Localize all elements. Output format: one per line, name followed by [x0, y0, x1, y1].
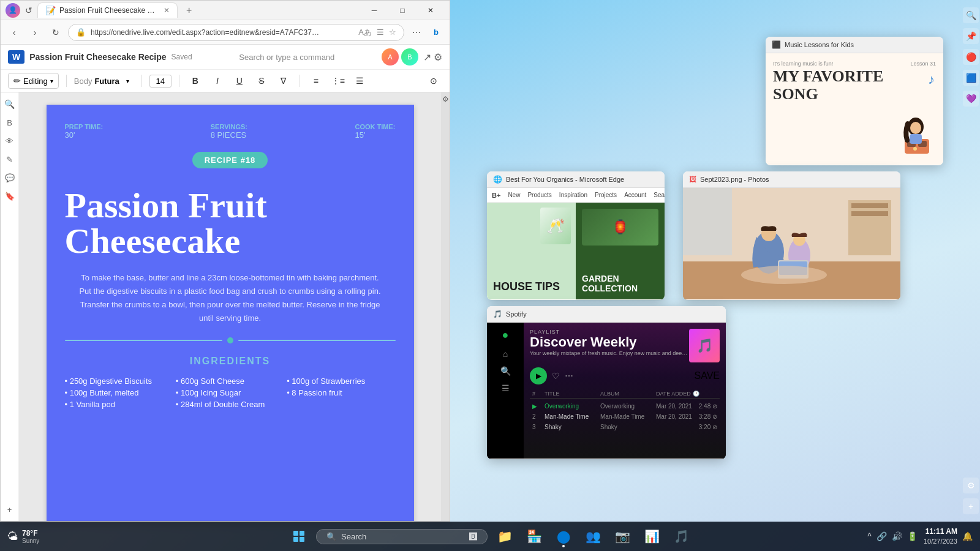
window-controls: ─ □ ✕: [360, 1, 445, 20]
sidebar-tool-1[interactable]: B: [3, 116, 17, 129]
taskbar-teams[interactable]: 👥: [581, 524, 605, 549]
special-char-btn[interactable]: ∇: [275, 72, 292, 89]
widget-tool-4[interactable]: 🟦: [963, 70, 979, 86]
minimize-btn[interactable]: ─: [360, 1, 388, 20]
spotify-window[interactable]: 🎵 Spotify ● ⌂ 🔍 ☰: [487, 306, 726, 459]
user-avatar-1: A: [382, 48, 399, 66]
new-tab-btn[interactable]: +: [183, 5, 195, 16]
browser-profile-icon[interactable]: 👤: [6, 3, 20, 18]
forward-btn[interactable]: ›: [26, 24, 43, 41]
tab-close-icon[interactable]: ✕: [164, 6, 170, 15]
ingredient-item-2: • 600g Soft Cheese • 100g Icing Sugar • …: [176, 377, 284, 411]
font-dropdown-arrow[interactable]: ▾: [122, 75, 134, 87]
close-btn[interactable]: ✕: [417, 1, 445, 20]
sidebar-tool-5[interactable]: 🔖: [3, 189, 17, 203]
widget-tool-7[interactable]: +: [963, 498, 979, 514]
spotify-library-icon[interactable]: ☰: [502, 383, 510, 393]
widget-tool-2[interactable]: 📌: [963, 28, 979, 44]
taskbar-search[interactable]: 🔍 Search 🅱: [316, 529, 488, 544]
translate-icon[interactable]: Aあ: [358, 27, 372, 38]
tray-battery-icon[interactable]: 🔋: [906, 530, 919, 542]
task-view-panel: ⬛ Music Lessons for Kids It's learning m…: [450, 0, 980, 522]
sidebar-tool-6[interactable]: +: [3, 503, 17, 516]
zoom-in-tool[interactable]: 🔍: [3, 97, 17, 111]
time-display[interactable]: 11:11 AM 10/27/2023: [924, 527, 957, 545]
bullet-list-btn[interactable]: ≡: [307, 72, 325, 89]
spotify-dots-icon[interactable]: ⋯: [565, 371, 573, 381]
music-main-text: MY FAVORITE SONG: [773, 68, 936, 103]
cook-time-value: 15': [355, 130, 395, 140]
music-lessons-window[interactable]: ⬛ Music Lessons for Kids It's learning m…: [766, 37, 943, 165]
weather-widget[interactable]: 🌤 78°F Sunny: [7, 529, 39, 544]
bing-chat-icon[interactable]: b: [428, 24, 445, 41]
spotify-track-row-2[interactable]: 2 Man-Made Time Man-Made Time Mar 20, 20…: [530, 411, 720, 422]
music-title-bar: ⬛ Music Lessons for Kids: [766, 37, 943, 53]
sidebar-tool-4[interactable]: 💬: [3, 171, 17, 184]
tray-chevron[interactable]: ^: [866, 530, 873, 542]
back-btn[interactable]: ‹: [6, 24, 23, 41]
url-bar[interactable]: 🔒 https://onedrive.live.com/edit.aspx?ac…: [68, 24, 404, 41]
sidebar-tool-3[interactable]: ✎: [3, 152, 17, 166]
bold-btn[interactable]: B: [187, 72, 204, 89]
font-name[interactable]: Futura: [94, 77, 119, 86]
browser-history-icon[interactable]: ↺: [25, 6, 32, 15]
browser-title-bar: 👤 ↺ 📝 Passion Fruit Cheesecake Recipe.do…: [1, 1, 450, 20]
view-options-btn[interactable]: ⚙: [434, 51, 442, 63]
photos-title-bar: 🖼 Sept2023.png - Photos: [683, 171, 900, 188]
widget-tool-5[interactable]: 💜: [963, 91, 979, 107]
organics-hero: 🥂 HOUSE TIPS 🏮 GARDEN COLLECTION: [487, 203, 665, 299]
spotify-save-btn[interactable]: SAVE: [695, 370, 720, 381]
word-search-bar[interactable]: Search or type a command: [197, 53, 377, 62]
font-size-input[interactable]: [149, 75, 172, 88]
settings-icon[interactable]: ⋯: [408, 24, 425, 41]
reader-icon[interactable]: ☰: [377, 28, 384, 37]
notification-btn[interactable]: 🔔: [962, 531, 973, 541]
share-btn[interactable]: ↗: [423, 51, 431, 63]
track-album-1: Overworking: [600, 403, 656, 410]
cook-time-block: COOK TIME: 15': [355, 123, 395, 140]
tray-volume-icon[interactable]: 🔊: [891, 530, 903, 542]
photos-window[interactable]: 🖼 Sept2023.png - Photos: [683, 171, 900, 300]
taskbar-ms-store[interactable]: 🏪: [522, 524, 546, 549]
font-label: Body: [74, 77, 92, 86]
widget-tool-6[interactable]: ⚙: [963, 478, 979, 493]
taskbar-photos[interactable]: 📷: [610, 524, 635, 549]
toolbar-strip-icon-1[interactable]: ⚙: [442, 95, 449, 103]
word-doc-scroll[interactable]: PREP TIME: 30' SERVINGS: 8 PIECES COOK T…: [19, 92, 441, 521]
reload-btn[interactable]: ↻: [47, 24, 64, 41]
start-button[interactable]: [287, 524, 311, 549]
search-placeholder: Search: [341, 532, 366, 541]
servings-block: SERVINGS: 8 PIECES: [211, 123, 247, 140]
spotify-track-row-3[interactable]: 3 Shaky Shaky 3:20 ⊘: [530, 422, 720, 432]
taskbar-spotify[interactable]: 🎵: [669, 524, 693, 549]
organics-window[interactable]: 🌐 Best For You Organics - Microsoft Edge…: [487, 171, 665, 300]
sidebar-tool-2[interactable]: 👁: [3, 134, 17, 148]
spotify-heart-icon[interactable]: ♡: [552, 371, 560, 381]
italic-btn[interactable]: I: [209, 72, 226, 89]
maximize-btn[interactable]: □: [388, 1, 417, 20]
active-browser-tab[interactable]: 📝 Passion Fruit Cheesecake Recipe.doc ✕: [37, 2, 178, 18]
lantern-image: 🏮: [582, 209, 658, 246]
spotify-play-btn[interactable]: ▶: [530, 367, 547, 384]
widget-tool-3[interactable]: 🔴: [963, 49, 979, 65]
align-btn[interactable]: ☰: [352, 72, 369, 89]
underline-btn[interactable]: U: [231, 72, 248, 89]
widget-tool-1[interactable]: 🔍: [963, 7, 979, 23]
numbered-list-btn[interactable]: ⋮≡: [330, 72, 347, 89]
taskbar-edge[interactable]: ⬤: [551, 524, 576, 549]
spotify-home-icon[interactable]: ⌂: [503, 349, 508, 359]
spotify-sidebar: ● ⌂ 🔍 ☰: [487, 323, 524, 459]
track-dur-3: 3:20 ⊘: [693, 424, 717, 430]
editing-dropdown[interactable]: ✏ Editing ▾: [8, 73, 59, 89]
tray-network-icon[interactable]: 🔗: [875, 530, 888, 542]
word-header: W Passion Fruit Cheesecake Recipe Saved …: [1, 45, 450, 92]
taskbar-powerpoint[interactable]: 📊: [639, 524, 664, 549]
favorites-icon[interactable]: ☆: [389, 28, 396, 37]
track-dur-1: 2:48 ⊘: [693, 403, 717, 410]
spotify-search-icon[interactable]: 🔍: [500, 366, 511, 376]
more-options-btn[interactable]: ⊙: [425, 72, 442, 89]
svg-point-5: [910, 122, 921, 134]
strikethrough-btn[interactable]: S: [253, 72, 270, 89]
spotify-track-row[interactable]: ▶ Overworking Overworking Mar 20, 2021 2…: [530, 401, 720, 411]
taskbar-file-explorer[interactable]: 📁: [492, 524, 517, 549]
